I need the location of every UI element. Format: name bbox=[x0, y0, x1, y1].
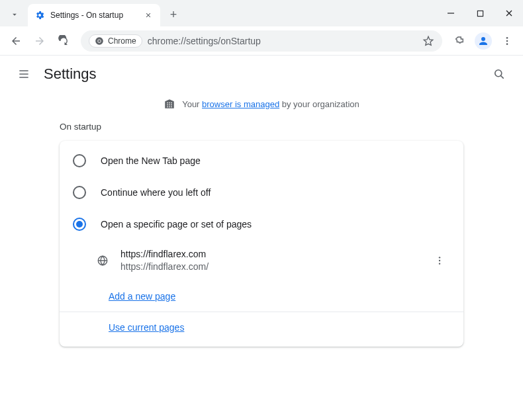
radio-icon bbox=[73, 218, 86, 231]
profile-button[interactable] bbox=[473, 30, 494, 52]
browser-menu-button[interactable] bbox=[497, 30, 518, 52]
maximize-button[interactable] bbox=[471, 5, 489, 22]
page-title: Settings bbox=[44, 65, 97, 83]
close-window-button[interactable] bbox=[500, 5, 518, 22]
page-url-text: https://findflarex.com/ bbox=[120, 261, 417, 273]
svg-point-3 bbox=[98, 40, 101, 42]
url-text: chrome://settings/onStartup bbox=[148, 36, 417, 46]
chevron-down-icon bbox=[10, 10, 19, 19]
arrow-left-icon bbox=[10, 35, 22, 47]
startup-page-row: https://findflarex.com https://findflare… bbox=[60, 240, 463, 281]
hamburger-icon bbox=[17, 67, 30, 81]
svg-point-4 bbox=[506, 37, 508, 39]
site-chip: Chrome bbox=[89, 34, 142, 48]
option-label: Continue where you left off bbox=[101, 187, 211, 198]
page-info: https://findflarex.com https://findflare… bbox=[120, 248, 417, 273]
tab-title: Settings - On startup bbox=[50, 11, 143, 20]
option-label: Open a specific page or set of pages bbox=[101, 219, 252, 230]
search-settings-button[interactable] bbox=[486, 61, 512, 87]
extensions-button[interactable] bbox=[449, 30, 470, 52]
page-actions-button[interactable] bbox=[429, 250, 450, 271]
option-open-new-tab[interactable]: Open the New Tab page bbox=[60, 145, 463, 177]
new-tab-button[interactable]: + bbox=[164, 5, 183, 24]
svg-point-7 bbox=[495, 70, 502, 77]
address-bar[interactable]: Chrome chrome://settings/onStartup bbox=[81, 30, 442, 52]
bookmark-button[interactable] bbox=[422, 35, 434, 47]
building-icon bbox=[164, 98, 175, 110]
browser-toolbar: Chrome chrome://settings/onStartup bbox=[0, 26, 523, 56]
settings-gear-icon bbox=[34, 10, 45, 21]
close-tab-button[interactable] bbox=[143, 10, 154, 21]
add-page-row: Add a new page bbox=[60, 281, 463, 312]
reload-button[interactable] bbox=[53, 30, 74, 52]
maximize-icon bbox=[477, 10, 484, 17]
section-label: On startup bbox=[60, 122, 463, 132]
svg-point-6 bbox=[506, 43, 508, 45]
startup-card: Open the New Tab page Continue where you… bbox=[60, 141, 463, 347]
kebab-icon bbox=[502, 36, 512, 46]
close-icon bbox=[505, 9, 513, 17]
globe-icon bbox=[97, 255, 109, 267]
minimize-button[interactable] bbox=[442, 5, 459, 22]
forward-button[interactable] bbox=[29, 30, 50, 52]
kebab-icon bbox=[434, 255, 445, 266]
radio-icon bbox=[73, 154, 86, 167]
site-chip-label: Chrome bbox=[108, 36, 136, 46]
minimize-icon bbox=[447, 9, 455, 17]
close-icon bbox=[145, 12, 152, 19]
page-title-text: https://findflarex.com bbox=[120, 248, 417, 261]
managed-text: Your browser is managed by your organiza… bbox=[182, 99, 359, 109]
option-label: Open the New Tab page bbox=[101, 155, 201, 166]
arrow-right-icon bbox=[34, 35, 46, 47]
managed-link[interactable]: browser is managed bbox=[202, 99, 279, 109]
svg-point-5 bbox=[506, 40, 508, 42]
back-button[interactable] bbox=[5, 30, 26, 52]
settings-content: On startup Open the New Tab page Continu… bbox=[0, 122, 523, 347]
star-icon bbox=[422, 35, 434, 47]
settings-menu-button[interactable] bbox=[11, 61, 37, 87]
window-controls bbox=[442, 0, 518, 26]
option-specific-pages[interactable]: Open a specific page or set of pages bbox=[60, 208, 463, 240]
use-current-row: Use current pages bbox=[60, 312, 463, 343]
svg-point-10 bbox=[439, 260, 440, 261]
browser-tab[interactable]: Settings - On startup bbox=[28, 4, 160, 26]
radio-icon bbox=[73, 186, 86, 199]
svg-point-9 bbox=[439, 257, 440, 258]
browser-titlebar: Settings - On startup + bbox=[0, 0, 523, 26]
svg-rect-0 bbox=[477, 11, 483, 16]
avatar-icon bbox=[475, 32, 492, 50]
managed-banner: Your browser is managed by your organiza… bbox=[0, 93, 523, 122]
settings-header: Settings bbox=[0, 56, 523, 93]
search-tabs-button[interactable] bbox=[5, 5, 24, 24]
reload-icon bbox=[58, 35, 70, 47]
add-page-link[interactable]: Add a new page bbox=[109, 291, 175, 302]
chrome-icon bbox=[95, 36, 104, 46]
puzzle-icon bbox=[453, 35, 465, 47]
option-continue[interactable]: Continue where you left off bbox=[60, 177, 463, 208]
search-icon bbox=[493, 67, 506, 81]
use-current-link[interactable]: Use current pages bbox=[109, 322, 184, 333]
svg-point-11 bbox=[439, 263, 440, 264]
